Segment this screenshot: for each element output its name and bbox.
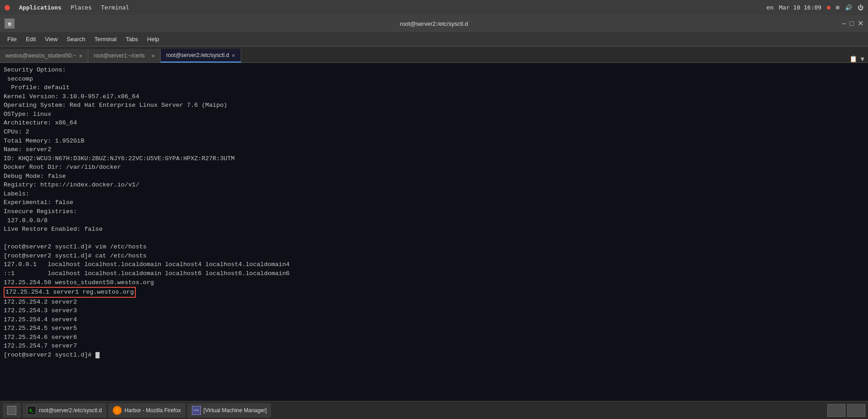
title-bar: ▤ root@server2:/etc/sysctl.d – □ ✕: [0, 15, 868, 32]
tab-1-label: westos@westos_student50:~: [5, 52, 76, 59]
language-indicator: en: [767, 4, 774, 11]
system-bar: Applications Places Terminal en Mar 10 1…: [0, 0, 868, 15]
new-tab-icon[interactable]: 📋: [849, 55, 857, 62]
tab-2-close[interactable]: ×: [152, 52, 155, 59]
tabs-right-controls: 📋 ▼: [849, 55, 868, 62]
tab-3-label: root@server2:/etc/sysctl.d: [166, 52, 229, 58]
tab-2-label: root@server1:~/certs: [94, 52, 145, 59]
vm-taskbar-icon: VM: [192, 406, 201, 415]
terminal-taskbar-item[interactable]: $_ root@server2:/etc/sysctl.d: [23, 403, 106, 418]
sound-icon: 🔊: [845, 4, 852, 11]
tabs-bar: westos@westos_student50:~ × root@server1…: [0, 47, 868, 63]
menu-file[interactable]: File: [4, 34, 20, 44]
vm-taskbar-label: [Virtual Machine Manager]: [204, 407, 267, 414]
terminal-window: ▤ root@server2:/etc/sysctl.d – □ ✕ File …: [0, 15, 868, 401]
maximize-button[interactable]: □: [849, 20, 854, 27]
firefox-taskbar-item[interactable]: Harbor - Mozilla Firefox: [108, 403, 186, 418]
menu-edit[interactable]: Edit: [22, 34, 39, 44]
system-bar-left: Applications Places Terminal: [5, 4, 129, 11]
record-indicator: [827, 6, 830, 10]
tab-3-close[interactable]: ×: [232, 52, 235, 59]
highlighted-line: 172.25.254.1 server1 reg.westos.org: [4, 287, 136, 298]
menu-bar: File Edit View Search Terminal Tabs Help: [0, 32, 868, 47]
show-desktop-button[interactable]: [3, 403, 21, 418]
network-icon: ⊞: [836, 4, 839, 11]
taskbar-right: [827, 404, 865, 417]
terminal-cursor: [95, 352, 100, 358]
places-menu[interactable]: Places: [71, 4, 92, 11]
tab-1-close[interactable]: ×: [79, 52, 83, 59]
taskbar-right-btn-2[interactable]: [847, 404, 865, 417]
tab-dropdown-icon[interactable]: ▼: [861, 55, 864, 62]
vm-manager-taskbar-item[interactable]: VM [Virtual Machine Manager]: [187, 403, 272, 418]
terminal-content[interactable]: Security Options: seccomp Profile: defau…: [0, 63, 868, 401]
firefox-taskbar-icon: [113, 406, 122, 415]
minimize-button[interactable]: –: [842, 20, 846, 27]
window-controls: – □ ✕: [842, 20, 863, 27]
menu-view[interactable]: View: [41, 34, 61, 44]
firefox-taskbar-label: Harbor - Mozilla Firefox: [124, 407, 181, 414]
tab-1[interactable]: westos@westos_student50:~ ×: [0, 49, 88, 62]
tab-3[interactable]: root@server2:/etc/sysctl.d ×: [161, 49, 241, 62]
show-desktop-icon: [7, 406, 16, 415]
taskbar: $_ root@server2:/etc/sysctl.d Harbor - M…: [0, 401, 868, 419]
applications-menu[interactable]: Applications: [19, 4, 62, 11]
close-button[interactable]: ✕: [858, 20, 863, 27]
terminal-taskbar-label: root@server2:/etc/sysctl.d: [39, 407, 102, 414]
menu-help[interactable]: Help: [143, 34, 163, 44]
datetime-display: Mar 10 16:09: [779, 4, 821, 11]
taskbar-right-btn-1[interactable]: [827, 404, 845, 417]
terminal-taskbar-icon: $_: [27, 406, 36, 415]
menu-tabs[interactable]: Tabs: [122, 34, 142, 44]
terminal-menu[interactable]: Terminal: [101, 4, 129, 11]
power-icon[interactable]: ⏻: [858, 4, 863, 11]
window-title: root@server2:/etc/sysctl.d: [400, 20, 468, 27]
system-bar-right: en Mar 10 16:09 ⊞ 🔊 ⏻: [767, 4, 863, 11]
app-icon: [5, 5, 10, 10]
tab-2[interactable]: root@server1:~/certs ×: [88, 49, 161, 62]
window-icon: ▤: [5, 19, 14, 29]
menu-search[interactable]: Search: [63, 34, 89, 44]
menu-terminal[interactable]: Terminal: [91, 34, 120, 44]
